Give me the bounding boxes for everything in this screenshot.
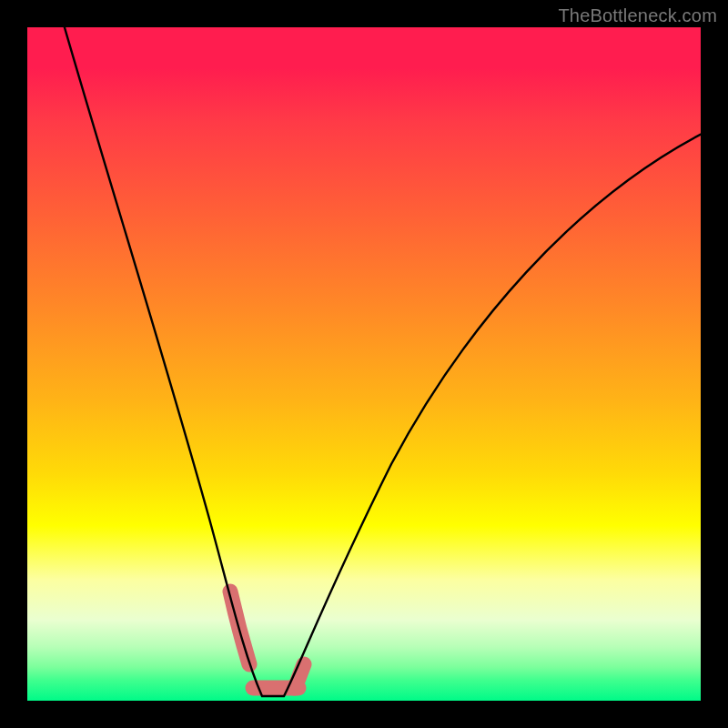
chart-frame: TheBottleneck.com (0, 0, 728, 728)
watermark-text: TheBottleneck.com (558, 5, 717, 26)
curve-layer (27, 27, 701, 701)
bottleneck-curve (62, 27, 701, 696)
plot-area (27, 27, 701, 701)
